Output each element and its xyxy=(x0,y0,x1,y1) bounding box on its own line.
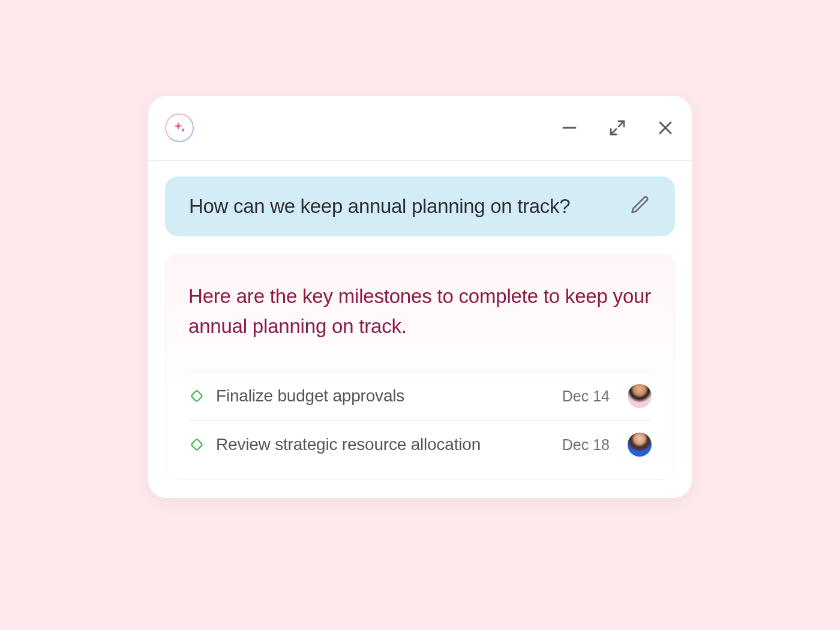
panel-content: How can we keep annual planning on track… xyxy=(148,161,692,498)
ai-assist-panel: How can we keep annual planning on track… xyxy=(148,96,692,498)
assignee-avatar[interactable] xyxy=(628,384,652,408)
prompt-text: How can we keep annual planning on track… xyxy=(189,195,570,218)
ai-sparkle-icon xyxy=(165,113,194,142)
milestone-title: Review strategic resource allocation xyxy=(216,435,551,454)
milestone-item[interactable]: Finalize budget approvals Dec 14 xyxy=(188,372,652,421)
answer-card: Here are the key milestones to complete … xyxy=(165,254,675,480)
expand-button[interactable] xyxy=(608,118,627,137)
milestone-item[interactable]: Review strategic resource allocation Dec… xyxy=(188,421,652,469)
window-controls xyxy=(560,118,675,137)
milestone-diamond-icon xyxy=(188,388,205,404)
minimize-button[interactable] xyxy=(560,118,579,137)
answer-intro-text: Here are the key milestones to complete … xyxy=(188,281,652,341)
milestone-list: Finalize budget approvals Dec 14 Review … xyxy=(188,371,652,469)
milestone-date: Dec 18 xyxy=(562,436,610,454)
assignee-avatar[interactable] xyxy=(628,433,652,457)
milestone-title: Finalize budget approvals xyxy=(216,386,551,406)
prompt-card[interactable]: How can we keep annual planning on track… xyxy=(165,176,675,236)
svg-rect-6 xyxy=(191,439,202,451)
edit-prompt-button[interactable] xyxy=(629,194,651,218)
svg-rect-5 xyxy=(191,391,202,402)
milestone-date: Dec 14 xyxy=(562,388,610,405)
milestone-diamond-icon xyxy=(188,436,205,453)
close-button[interactable] xyxy=(656,118,675,137)
titlebar xyxy=(148,96,692,161)
